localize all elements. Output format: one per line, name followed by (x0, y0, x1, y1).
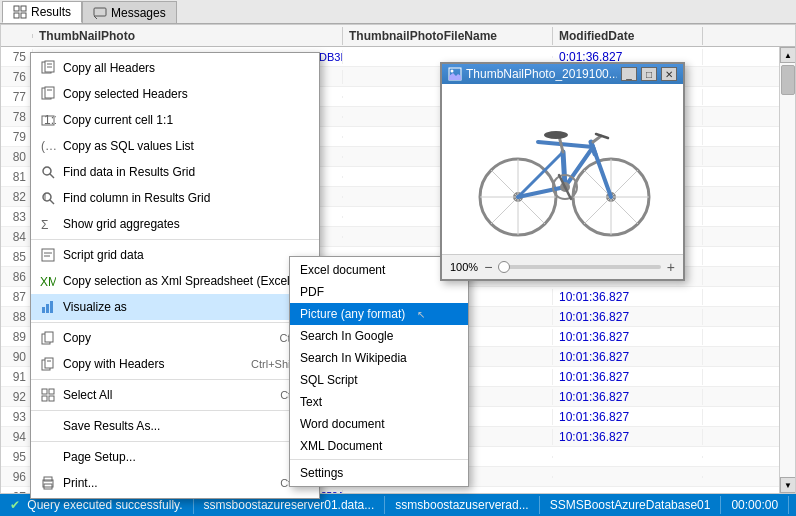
svg-point-66 (544, 131, 568, 139)
svg-point-42 (451, 70, 454, 73)
popup-content (442, 84, 683, 254)
submenu-label: Settings (300, 466, 343, 480)
svg-rect-32 (45, 358, 53, 368)
submenu-picture[interactable]: Picture (any format) ↖ (290, 303, 468, 325)
menu-print[interactable]: Print... Ctrl+P (31, 470, 319, 496)
svg-line-17 (50, 174, 54, 178)
svg-text:1:1: 1:1 (44, 113, 56, 127)
tab-results[interactable]: Results (2, 1, 82, 23)
grid-icon (13, 5, 27, 19)
copy-headers-icon (39, 355, 57, 373)
menu-label: Copy selection as Xml Spreadsheet (Excel… (63, 274, 294, 288)
tab-messages[interactable]: Messages (82, 1, 177, 23)
svg-text:XML: XML (40, 275, 56, 289)
menu-save-results[interactable]: Save Results As... (31, 413, 319, 439)
script-icon (39, 246, 57, 264)
submenu-label: Text (300, 395, 322, 409)
menu-copy-selected-headers[interactable]: Copy selected Headers (31, 81, 319, 107)
submenu-label: XML Document (300, 439, 382, 453)
main-area: ThumbNailPhoto ThumbnailPhotoFileName Mo… (0, 24, 796, 494)
popup-maximize-btn[interactable]: □ (641, 67, 657, 81)
menu-page-setup[interactable]: Page Setup... (31, 444, 319, 470)
status-db-name: SSMSBoostAzureDatabase01 (540, 496, 722, 514)
find-column-icon (39, 189, 57, 207)
svg-point-16 (43, 167, 51, 175)
menu-copy-all-headers[interactable]: Copy all Headers (31, 55, 319, 81)
image-icon (448, 67, 462, 81)
menu-label: Visualize as (63, 300, 127, 314)
menu-show-aggregates[interactable]: Σ Show grid aggregates (31, 211, 319, 237)
submenu-separator (290, 459, 468, 460)
menu-find-column[interactable]: Find column in Results Grid (31, 185, 319, 211)
menu-label: Copy selected Headers (63, 87, 188, 101)
submenu-word[interactable]: Word document (290, 413, 468, 435)
menu-copy-sql[interactable]: (…) Copy as SQL values List (31, 133, 319, 159)
popup-minimize-btn[interactable]: _ (621, 67, 637, 81)
submenu-text[interactable]: Text (290, 391, 468, 413)
select-all-icon (39, 386, 57, 404)
save-icon (39, 417, 57, 435)
submenu-search-wikipedia[interactable]: Search In Wikipedia (290, 347, 468, 369)
svg-rect-1 (21, 6, 26, 11)
vertical-scrollbar[interactable]: ▲ ▼ (779, 47, 795, 493)
separator-3 (31, 379, 319, 380)
menu-visualize-as[interactable]: Visualize as ▶ (31, 294, 319, 320)
find-data-icon (39, 163, 57, 181)
popup-close-btn[interactable]: ✕ (661, 67, 677, 81)
tab-results-label: Results (31, 5, 71, 19)
scroll-track[interactable] (780, 63, 795, 477)
zoom-thumb[interactable] (498, 261, 510, 273)
svg-rect-3 (21, 13, 26, 18)
menu-label: Find column in Results Grid (63, 191, 210, 205)
submenu-label: Picture (any format) (300, 307, 405, 321)
svg-rect-35 (49, 389, 54, 394)
zoom-slider[interactable] (498, 265, 660, 269)
svg-rect-36 (42, 396, 47, 401)
zoom-minus-btn[interactable]: − (484, 259, 492, 275)
menu-copy-xml[interactable]: XML Copy selection as Xml Spreadsheet (E… (31, 268, 319, 294)
grid-header: ThumbNailPhoto ThumbnailPhotoFileName Mo… (1, 25, 795, 47)
menu-script-grid[interactable]: Script grid data (31, 242, 319, 268)
svg-rect-22 (42, 249, 54, 261)
zoom-plus-btn[interactable]: + (667, 259, 675, 275)
scroll-thumb[interactable] (781, 65, 795, 95)
scroll-down-btn[interactable]: ▼ (780, 477, 796, 493)
menu-find-data[interactable]: Find data in Results Grid (31, 159, 319, 185)
menu-label: Copy as SQL values List (63, 139, 194, 153)
svg-rect-0 (14, 6, 19, 11)
menu-select-all[interactable]: Select All Ctrl+A (31, 382, 319, 408)
submenu-label: Excel document (300, 263, 385, 277)
submenu-pdf[interactable]: PDF (290, 281, 468, 303)
menu-label: Script grid data (63, 248, 144, 262)
svg-rect-30 (45, 332, 53, 342)
submenu-label: SQL Script (300, 373, 358, 387)
menu-copy-with-headers[interactable]: Copy with Headers Ctrl+Shift+C (31, 351, 319, 377)
menu-label: Copy (63, 331, 91, 345)
menu-label: Copy with Headers (63, 357, 164, 371)
submenu-sql-script[interactable]: SQL Script (290, 369, 468, 391)
copy-cell-icon: 1:1 (39, 111, 57, 129)
separator-5 (31, 441, 319, 442)
menu-label: Page Setup... (63, 450, 136, 464)
xml-icon: XML (39, 272, 57, 290)
cell-rownum: 75 (1, 49, 33, 65)
submenu-settings[interactable]: Settings (290, 462, 468, 484)
popup-footer: 100% − + (442, 254, 683, 279)
svg-rect-11 (45, 87, 54, 98)
tab-bar: Results Messages (0, 0, 796, 24)
svg-text:(…): (…) (41, 139, 56, 153)
page-setup-icon (39, 448, 57, 466)
bicycle-image (463, 92, 663, 247)
status-database-server: ssmsboostazuserverad... (385, 496, 539, 514)
submenu-search-google[interactable]: Search In Google (290, 325, 468, 347)
scroll-up-btn[interactable]: ▲ (780, 47, 796, 63)
submenu-xml[interactable]: XML Document (290, 435, 468, 457)
menu-copy-cell[interactable]: 1:1 Copy current cell 1:1 (31, 107, 319, 133)
menu-copy[interactable]: Copy Ctrl+C (31, 325, 319, 351)
print-icon (39, 474, 57, 492)
sql-copy-icon: (…) (39, 137, 57, 155)
svg-rect-2 (14, 13, 19, 18)
visualize-submenu: Excel document PDF Picture (any format) … (289, 256, 469, 487)
separator-1 (31, 239, 319, 240)
cell-filename (343, 56, 553, 58)
